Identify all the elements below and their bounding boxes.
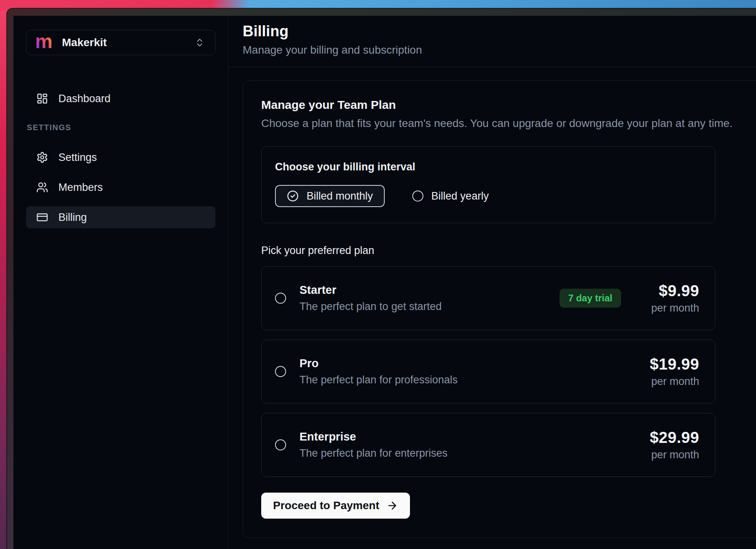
billing-interval-label: Choose your billing interval [275,161,702,173]
app-root: m Makerkit [13,16,756,549]
users-icon [36,181,48,193]
sidebar-item-members[interactable]: Members [26,176,215,198]
page-subtitle: Manage your billing and subscription [243,44,756,56]
sidebar-item-billing[interactable]: Billing [26,206,215,228]
workspace-name: Makerkit [62,36,195,49]
sidebar-section-settings: SETTINGS [26,123,215,132]
plan-info: Starter The perfect plan to get started [299,284,442,313]
plan-row-starter[interactable]: Starter The perfect plan to get started … [261,266,715,330]
plan-period: per month [640,302,699,314]
plan-period: per month [640,375,699,388]
plan-row-enterprise[interactable]: Enterprise The perfect plan for enterpri… [261,413,715,477]
plan-price: $19.99 [640,355,699,373]
svg-text:m: m [35,32,52,52]
plan-description: The perfect plan for enterprises [299,447,447,459]
billing-interval-section: Choose your billing interval Billed mont… [261,146,715,223]
plan-period: per month [640,449,699,461]
interval-option-yearly[interactable]: Billed yearly [412,190,489,202]
sidebar: m Makerkit [13,16,228,549]
plan-name: Starter [299,284,442,297]
card-title: Manage your Team Plan [261,98,756,112]
billing-interval-options: Billed monthly Billed yearly [275,185,702,207]
arrow-right-icon [386,500,398,512]
sidebar-item-label: Billing [58,211,87,224]
radio-unchecked-icon[interactable] [275,293,286,304]
radio-unchecked-icon [412,190,423,202]
proceed-to-payment-button[interactable]: Proceed to Payment [261,493,410,519]
proceed-to-payment-label: Proceed to Payment [273,499,379,512]
sidebar-nav: Dashboard SETTINGS Settings [26,88,215,236]
plan-price-block: $19.99 per month [640,355,699,388]
card-description: Choose a plan that fits your team's need… [261,117,756,130]
workspace-switcher[interactable]: m Makerkit [26,30,215,55]
chevron-up-down-icon [195,37,205,48]
dashboard-icon [36,93,48,105]
interval-option-label: Billed monthly [307,190,373,202]
plan-price: $29.99 [640,429,699,446]
radio-unchecked-icon[interactable] [275,439,286,450]
interval-option-label: Billed yearly [431,190,489,202]
sidebar-item-label: Settings [58,151,97,164]
credit-card-icon [36,211,48,223]
window-titlebar [7,9,756,16]
app-window: m Makerkit [7,9,756,549]
sidebar-item-dashboard[interactable]: Dashboard [26,88,215,110]
radio-unchecked-icon[interactable] [275,366,286,377]
page-body: Manage your Team Plan Choose a plan that… [228,67,756,538]
makerkit-logo-icon: m [35,32,53,53]
plan-description: The perfect plan to get started [299,301,442,313]
page-title: Billing [243,23,756,40]
main-content: Billing Manage your billing and subscrip… [228,16,756,549]
check-circle-icon [287,190,299,202]
plan-price-block: $9.99 per month [640,282,699,314]
plan-info: Enterprise The perfect plan for enterpri… [299,430,447,459]
plan-name: Pro [299,357,458,370]
plan-name: Enterprise [299,430,447,443]
plan-description: The perfect plan for professionals [299,374,458,386]
plan-price-block: $29.99 per month [640,429,699,461]
trial-badge: 7 day trial [560,289,621,308]
team-plan-card: Manage your Team Plan Choose a plan that… [243,80,756,538]
plan-row-pro[interactable]: Pro The perfect plan for professionals $… [261,340,715,403]
sidebar-item-settings[interactable]: Settings [26,146,215,168]
plan-price: $9.99 [640,282,699,300]
page-header: Billing Manage your billing and subscrip… [228,16,756,67]
sidebar-item-label: Members [58,181,103,194]
plans-label: Pick your preferred plan [261,245,756,257]
sidebar-item-label: Dashboard [58,93,110,105]
gear-icon [36,151,48,163]
window-left-edge [7,16,13,549]
plan-info: Pro The perfect plan for professionals [299,357,458,386]
interval-option-monthly[interactable]: Billed monthly [275,185,385,207]
